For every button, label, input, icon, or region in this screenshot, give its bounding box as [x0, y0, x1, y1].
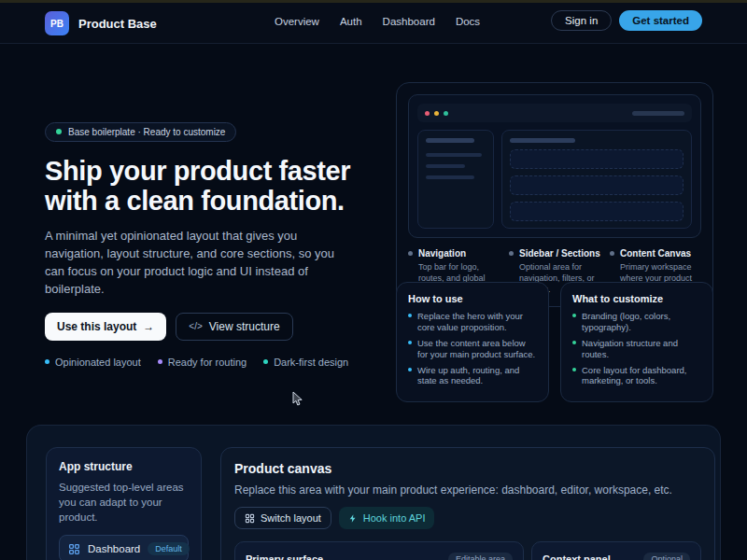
list-item-text: Core layout for dashboard, marketing, or…	[582, 365, 701, 387]
grid-icon	[245, 513, 255, 524]
feature-list: Opinionated layout Ready for routing Dar…	[45, 357, 362, 368]
nav-item-docs[interactable]: Docs	[456, 16, 480, 27]
browser-chrome-bar	[417, 104, 692, 122]
badge-dot	[56, 129, 62, 134]
hero-description: A minimal yet opinionated layout that gi…	[45, 228, 357, 298]
main-nav: Overview Auth Dashboard Docs	[275, 16, 480, 27]
sidebar-skeleton	[417, 130, 494, 229]
hero-heading-line1: Ship your product faster	[45, 156, 350, 186]
info-cards-row: How to use Replace the hero with your co…	[396, 282, 713, 402]
sidebar-item-label: Dashboard	[88, 543, 140, 554]
feature-dark-first-design: Dark-first design	[263, 357, 348, 368]
legend-dot	[509, 251, 514, 256]
list-item-text: Navigation structure and routes.	[582, 338, 701, 360]
switch-layout-label: Switch layout	[261, 512, 321, 524]
context-panel-card: Context panel Optional Use this sidebar …	[531, 541, 701, 560]
canvas-sub-cards: Primary surface Editable area Start by s…	[234, 541, 701, 560]
top-nav-bar: PB Product Base Overview Auth Dashboard …	[0, 3, 747, 44]
nav-item-overview[interactable]: Overview	[275, 16, 319, 27]
window-dot-red	[425, 111, 430, 116]
app-structure-description: Suggested top-level areas you can adapt …	[59, 480, 189, 525]
badge-text: Base boilerplate · Ready to customize	[68, 127, 225, 137]
bullet-dot	[572, 368, 576, 371]
feature-dot-teal	[263, 359, 268, 364]
hero-badge: Base boilerplate · Ready to customize	[45, 122, 236, 142]
brand-name: Product Base	[78, 17, 157, 31]
hero-heading-line2: with a clean foundation.	[45, 186, 345, 216]
product-canvas-title: Product canvas	[234, 461, 701, 476]
card-title: What to customize	[572, 293, 701, 304]
arrow-right-icon: →	[143, 320, 154, 333]
use-this-layout-button[interactable]: Use this layout →	[45, 313, 166, 341]
list-item-text: Use the content area below for your main…	[417, 338, 537, 360]
list-item: Use the content area below for your main…	[408, 338, 537, 360]
app-structure-card: App structure Suggested top-level areas …	[46, 447, 202, 560]
hero-section: Base boilerplate · Ready to customize Sh…	[45, 121, 362, 368]
hook-into-api-label: Hook into API	[363, 512, 426, 524]
browser-mockup	[408, 94, 701, 238]
bullet-dot	[408, 314, 412, 317]
feature-label: Ready for routing	[168, 357, 247, 368]
brand-group[interactable]: PB Product Base	[45, 11, 157, 35]
content-section: App structure Suggested top-level areas …	[26, 425, 721, 560]
skeleton-block	[510, 149, 684, 169]
skeleton-block	[510, 175, 684, 195]
bullet-dot	[572, 341, 576, 344]
list-item: Navigation structure and routes.	[572, 338, 701, 360]
view-structure-button[interactable]: </> View structure	[176, 313, 292, 341]
how-to-use-card: How to use Replace the hero with your co…	[396, 282, 549, 402]
editable-area-badge: Editable area	[448, 553, 513, 560]
legend-dot	[408, 251, 413, 256]
browser-body	[417, 130, 692, 229]
header-actions: Sign in Get started	[551, 10, 702, 31]
feature-ready-for-routing: Ready for routing	[158, 357, 247, 368]
feature-dot-blue	[45, 359, 49, 364]
sub-card-title: Primary surface	[246, 553, 323, 560]
mouse-cursor-icon	[292, 391, 303, 407]
skeleton-line	[426, 164, 465, 168]
canvas-buttons-row: Switch layout Hook into API	[234, 507, 701, 529]
skeleton-line	[426, 138, 474, 143]
feature-label: Dark-first design	[274, 357, 348, 368]
what-to-customize-card: What to customize Branding (logo, colors…	[560, 282, 713, 402]
get-started-button[interactable]: Get started	[619, 10, 702, 31]
feature-dot-purple	[158, 359, 162, 364]
feature-label: Opinionated layout	[55, 357, 141, 368]
grid-icon	[68, 543, 80, 555]
skeleton-block	[510, 202, 684, 221]
app-structure-title: App structure	[59, 460, 189, 473]
primary-surface-card: Primary surface Editable area Start by s…	[234, 541, 524, 560]
feature-opinionated-layout: Opinionated layout	[45, 357, 141, 368]
hero-heading: Ship your product faster with a clean fo…	[45, 156, 362, 217]
product-canvas-card: Product canvas Replace this area with yo…	[220, 447, 715, 560]
sign-in-button[interactable]: Sign in	[551, 10, 612, 31]
hero-cta-row: Use this layout → </> View structure	[45, 313, 362, 341]
lightning-icon	[348, 513, 358, 524]
nav-item-dashboard[interactable]: Dashboard	[383, 16, 435, 27]
list-item-text: Replace the hero with your core value pr…	[417, 311, 537, 333]
window-dot-green	[444, 111, 448, 116]
list-item: Branding (logo, colors, typography).	[572, 311, 701, 333]
code-icon: </>	[189, 321, 202, 331]
list-item: Core layout for dashboard, marketing, or…	[572, 365, 701, 387]
sidebar-item-dashboard[interactable]: Dashboard Default	[59, 535, 189, 560]
nav-item-auth[interactable]: Auth	[340, 16, 362, 27]
list-item-text: Branding (logo, colors, typography).	[582, 311, 701, 333]
skeleton-line	[510, 138, 575, 143]
list-item-text: Wire up auth, routing, and state as need…	[417, 365, 537, 387]
switch-layout-button[interactable]: Switch layout	[234, 507, 331, 529]
content-skeleton	[501, 130, 692, 229]
logo-text: PB	[50, 19, 63, 29]
bullet-dot	[408, 341, 412, 344]
bullet-dot	[408, 368, 412, 371]
product-canvas-description: Replace this area with your main product…	[234, 483, 701, 497]
logo-mark: PB	[45, 11, 69, 35]
sub-card-title: Context panel	[543, 553, 611, 560]
list-item: Replace the hero with your core value pr…	[408, 311, 537, 333]
hook-into-api-button[interactable]: Hook into API	[339, 507, 435, 529]
url-bar-skeleton	[632, 111, 684, 116]
use-this-layout-label: Use this layout	[57, 320, 136, 333]
legend-dot	[610, 251, 614, 256]
legend-title: Sidebar / Sections	[519, 248, 600, 259]
bullet-dot	[572, 314, 576, 317]
